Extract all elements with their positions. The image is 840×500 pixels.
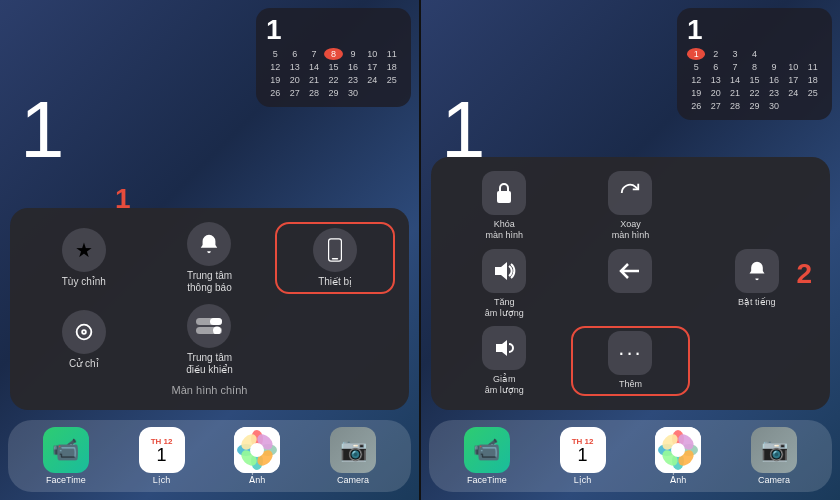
cal-cell: 11 bbox=[383, 48, 401, 60]
dock-app-facetime[interactable]: 📹 FaceTime bbox=[43, 427, 89, 485]
menu-item-tuy-chinh[interactable]: ★ Tùy chỉnh bbox=[24, 228, 144, 288]
right-control-center: 2 Khóamàn hình Xoa bbox=[431, 157, 830, 410]
svg-rect-5 bbox=[210, 318, 222, 325]
cal-cell: 28 bbox=[305, 87, 323, 99]
cal-cell: 14 bbox=[726, 74, 744, 86]
right-phone-screen: 1 1 2 3 4 5 6 7 8 9 10 11 12 13 14 15 16… bbox=[421, 0, 840, 500]
gesture-icon bbox=[62, 310, 106, 354]
right-calendar-widget: 1 1 2 3 4 5 6 7 8 9 10 11 12 13 14 15 16… bbox=[677, 8, 832, 120]
menu-item-thiet-bi[interactable]: Thiết bị bbox=[275, 222, 395, 294]
back-arrow-icon bbox=[608, 249, 652, 293]
cal-cell: 21 bbox=[305, 74, 323, 86]
cal-cell: 24 bbox=[784, 87, 802, 99]
cal-cell-today: 1 bbox=[687, 48, 705, 60]
cal-cell: 15 bbox=[745, 74, 763, 86]
volume-down-icon bbox=[482, 326, 526, 370]
lich-label: Lịch bbox=[153, 475, 171, 485]
right-dock-anh[interactable]: Ảnh bbox=[655, 427, 701, 485]
cal-cell: 30 bbox=[765, 100, 783, 112]
left-cal-grid: 5 6 7 8 9 10 11 12 13 14 15 16 17 18 19 … bbox=[266, 48, 401, 99]
svg-marker-19 bbox=[495, 262, 507, 280]
menu-grid: ★ Tùy chỉnh Trung tâmthông báo bbox=[24, 222, 395, 376]
cal-cell: 29 bbox=[745, 100, 763, 112]
right-dock-facetime[interactable]: 📹 FaceTime bbox=[464, 427, 510, 485]
lich-icon: TH 12 1 bbox=[139, 427, 185, 473]
left-dock: 📹 FaceTime TH 12 1 Lịch bbox=[8, 420, 411, 492]
cal-cell: 20 bbox=[706, 87, 724, 99]
dock-app-camera[interactable]: 📷 Camera bbox=[330, 427, 376, 485]
cc-label-bat-tieng: Bật tiếng bbox=[738, 297, 776, 308]
bell-on-icon bbox=[735, 249, 779, 293]
right-cal-day: 1 bbox=[687, 16, 822, 44]
menu-label-dieu-khien: Trung tâmđiều khiển bbox=[186, 352, 232, 376]
menu-item-cu-chi[interactable]: Cử chỉ bbox=[24, 310, 144, 370]
right-dock-camera[interactable]: 📷 Camera bbox=[751, 427, 797, 485]
svg-point-17 bbox=[250, 443, 264, 457]
right-dock: 📹 FaceTime TH 12 1 Lịch bbox=[429, 420, 832, 492]
star-icon: ★ bbox=[62, 228, 106, 272]
cal-cell: 6 bbox=[706, 61, 724, 73]
cal-cell: 19 bbox=[687, 87, 705, 99]
anh-label: Ảnh bbox=[249, 475, 265, 485]
left-context-menu: 1 ★ Tùy chỉnh Trung tâmthông báo bbox=[10, 208, 409, 410]
cal-cell: 9 bbox=[344, 48, 362, 60]
camera-label: Camera bbox=[337, 475, 369, 485]
cal-cell bbox=[784, 48, 802, 60]
right-facetime-icon: 📹 bbox=[464, 427, 510, 473]
menu-bottom-label: Màn hình chính bbox=[24, 384, 395, 396]
cal-cell: 18 bbox=[383, 61, 401, 73]
menu-item-dieu-khien[interactable]: Trung tâmđiều khiển bbox=[150, 304, 270, 376]
cal-cell: 28 bbox=[726, 100, 744, 112]
cal-cell: 18 bbox=[804, 74, 822, 86]
left-phone-screen: 1 5 6 7 8 9 10 11 12 13 14 15 16 17 18 1… bbox=[0, 0, 419, 500]
dock-app-anh[interactable]: Ảnh bbox=[234, 427, 280, 485]
right-cal-grid: 1 2 3 4 5 6 7 8 9 10 11 12 13 14 15 16 1… bbox=[687, 48, 822, 112]
right-anh-icon bbox=[655, 427, 701, 473]
cal-cell: 8 bbox=[745, 61, 763, 73]
cal-cell: 5 bbox=[266, 48, 284, 60]
cal-cell: 22 bbox=[745, 87, 763, 99]
cal-cell: 23 bbox=[344, 74, 362, 86]
right-lich-icon: TH 12 1 bbox=[560, 427, 606, 473]
cc-item-tang[interactable]: Tăngâm lượng bbox=[445, 249, 563, 319]
cc-item-xoay[interactable]: Xoaymàn hình bbox=[571, 171, 689, 241]
rotate-icon bbox=[608, 171, 652, 215]
menu-label-cu-chi: Cử chỉ bbox=[69, 358, 99, 370]
right-dock-lich[interactable]: TH 12 1 Lịch bbox=[560, 427, 606, 485]
cc-item-khoa[interactable]: Khóamàn hình bbox=[445, 171, 563, 241]
menu-item-thong-bao[interactable]: Trung tâmthông báo bbox=[150, 222, 270, 294]
menu-label-thong-bao: Trung tâmthông báo bbox=[187, 270, 232, 294]
cc-label-them: Thêm bbox=[619, 379, 642, 390]
volume-up-icon bbox=[482, 249, 526, 293]
cal-cell: 2 bbox=[706, 48, 724, 60]
cc-label-tang: Tăngâm lượng bbox=[485, 297, 524, 319]
svg-rect-1 bbox=[332, 258, 338, 260]
step-number-1: 1 bbox=[115, 183, 131, 215]
dock-app-lich[interactable]: TH 12 1 Lịch bbox=[139, 427, 185, 485]
svg-rect-0 bbox=[329, 239, 342, 261]
cc-item-back[interactable] bbox=[571, 249, 689, 319]
cal-cell: 5 bbox=[687, 61, 705, 73]
cal-cell: 24 bbox=[363, 74, 381, 86]
anh-icon bbox=[234, 427, 280, 473]
menu-label-tuy-chinh: Tùy chỉnh bbox=[62, 276, 106, 288]
toggle-icon bbox=[187, 304, 231, 348]
cal-cell: 6 bbox=[285, 48, 303, 60]
left-cal-day: 1 bbox=[266, 16, 401, 44]
step-number-2: 2 bbox=[796, 258, 812, 290]
cal-cell: 12 bbox=[687, 74, 705, 86]
cal-cell: 22 bbox=[324, 74, 342, 86]
camera-icon: 📷 bbox=[330, 427, 376, 473]
cal-cell: 19 bbox=[266, 74, 284, 86]
cal-cell: 21 bbox=[726, 87, 744, 99]
svg-marker-20 bbox=[496, 340, 507, 356]
cc-item-giam[interactable]: Giảmâm lượng bbox=[445, 326, 563, 396]
left-calendar-widget: 1 5 6 7 8 9 10 11 12 13 14 15 16 17 18 1… bbox=[256, 8, 411, 107]
cal-cell: 13 bbox=[285, 61, 303, 73]
cc-label-giam: Giảmâm lượng bbox=[485, 374, 524, 396]
cal-cell-today: 8 bbox=[324, 48, 342, 60]
cal-cell: 16 bbox=[344, 61, 362, 73]
cc-item-them[interactable]: ··· Thêm bbox=[571, 326, 689, 396]
device-icon bbox=[313, 228, 357, 272]
bell-icon bbox=[187, 222, 231, 266]
